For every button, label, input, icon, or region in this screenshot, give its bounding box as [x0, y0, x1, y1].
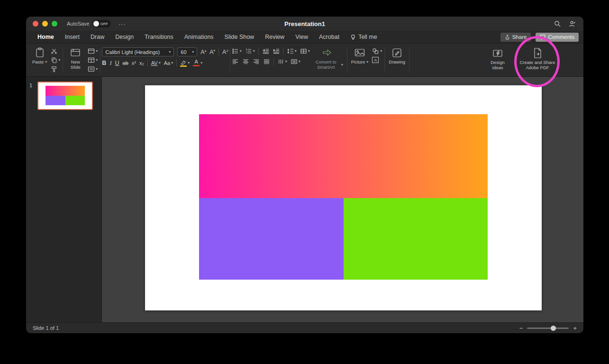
section-button[interactable]: ▾ — [88, 65, 98, 73]
slide-layout-button[interactable]: ▾ — [88, 47, 98, 55]
line-spacing-icon — [287, 48, 294, 55]
align-text-button[interactable]: ▾ — [291, 58, 300, 65]
zoom-slider[interactable] — [527, 328, 569, 329]
zoom-in-button[interactable]: + — [573, 325, 577, 332]
search-icon[interactable] — [554, 20, 561, 27]
create-adobe-pdf-label: Create and Share Adobe PDF — [517, 60, 558, 71]
superscript-button[interactable]: x² — [132, 60, 136, 66]
bullets-button[interactable]: ▾ — [232, 48, 242, 55]
tab-tell-me[interactable]: Tell me — [350, 34, 377, 40]
drawing-button[interactable]: Drawing — [387, 46, 407, 66]
cut-button[interactable] — [51, 47, 60, 55]
decrease-indent-icon — [262, 48, 269, 55]
comment-icon — [540, 34, 545, 40]
format-painter-button[interactable] — [51, 65, 60, 73]
tab-design[interactable]: Design — [115, 34, 134, 40]
justify-button[interactable] — [263, 58, 270, 65]
ribbon-tab-bar: Home Insert Draw Design Transitions Anim… — [26, 31, 583, 44]
shapes-button[interactable]: ▾ — [372, 47, 382, 55]
autosave-toggle[interactable]: OFF — [92, 20, 111, 27]
chevron-down-icon: ▾ — [240, 49, 242, 53]
share-button[interactable]: Share — [500, 33, 531, 42]
paste-button[interactable]: Paste▾ — [31, 46, 48, 66]
reset-layout-button[interactable]: ▾ — [88, 56, 98, 64]
create-adobe-pdf-button[interactable]: Create and Share Adobe PDF — [516, 46, 559, 72]
tab-draw[interactable]: Draw — [91, 34, 104, 40]
numbering-button[interactable]: ▾ — [245, 48, 255, 55]
shapes-icon — [372, 48, 379, 55]
drawing-pencil-icon — [391, 46, 402, 59]
close-window-button[interactable] — [33, 21, 38, 27]
tab-insert[interactable]: Insert — [65, 34, 80, 40]
clear-formatting-button[interactable]: A⌀ — [222, 49, 228, 55]
share-icon — [505, 34, 510, 40]
chevron-down-icon: ▾ — [96, 67, 98, 71]
italic-button[interactable]: I — [109, 60, 111, 67]
tab-tell-me-label: Tell me — [358, 34, 377, 40]
line-spacing-button[interactable]: ▾ — [287, 48, 297, 55]
text-box-button[interactable]: A — [372, 56, 382, 64]
paragraph-group: ▾ ▾ ▾ ▾ — [232, 46, 310, 75]
design-ideas-button[interactable]: Design Ideas — [487, 46, 509, 72]
align-left-button[interactable] — [232, 58, 239, 65]
slide-image[interactable] — [199, 114, 488, 280]
align-left-icon — [232, 58, 239, 65]
chevron-down-icon: ▾ — [341, 63, 343, 67]
align-center-button[interactable] — [242, 58, 249, 65]
picture-button-label: Picture — [351, 60, 365, 65]
account-icon[interactable] — [569, 20, 576, 27]
font-size-select[interactable]: 60 ▾ — [177, 47, 197, 56]
chevron-down-icon: ▾ — [200, 61, 202, 65]
decrease-font-size-button[interactable]: A▾ — [209, 49, 215, 55]
copy-button[interactable]: ▾ — [51, 56, 60, 64]
tab-home[interactable]: Home — [37, 34, 54, 40]
underline-button[interactable]: U — [115, 60, 119, 66]
picture-icon — [354, 46, 365, 59]
font-name-select[interactable]: Calibri Light (Headings) ▾ — [102, 47, 174, 56]
tab-transitions[interactable]: Transitions — [145, 34, 173, 40]
highlight-color-button[interactable]: ▾ — [180, 60, 190, 67]
text-box-icon: A — [372, 57, 379, 63]
tab-acrobat[interactable]: Acrobat — [319, 34, 339, 40]
increase-indent-icon — [273, 48, 280, 55]
convert-to-smartart-button[interactable]: Convert to SmartArt▾ — [311, 46, 345, 71]
tab-animations[interactable]: Animations — [184, 34, 214, 40]
autosave-control[interactable]: AutoSave OFF — [67, 20, 111, 27]
drawing-group: Drawing — [386, 46, 408, 75]
slide-canvas[interactable] — [102, 77, 583, 322]
strikethrough-button[interactable]: ab — [123, 60, 128, 66]
more-commands-button[interactable]: ··· — [118, 20, 126, 27]
chevron-down-icon: ▾ — [188, 61, 190, 65]
picture-button[interactable]: Picture▾ — [350, 46, 370, 66]
increase-indent-button[interactable] — [273, 48, 280, 55]
font-size-value: 60 — [181, 49, 186, 55]
share-button-label: Share — [512, 34, 527, 40]
font-group: Calibri Light (Headings) ▾ 60 ▾ A▴ A▾ A⌀… — [102, 46, 228, 75]
bold-button[interactable]: B — [102, 60, 106, 66]
tab-slide-show[interactable]: Slide Show — [225, 34, 255, 40]
comments-button[interactable]: Comments — [536, 33, 579, 42]
tab-view[interactable]: View — [295, 34, 308, 40]
align-right-button[interactable] — [253, 58, 260, 65]
font-color-button[interactable]: A ▾ — [193, 60, 202, 67]
minimize-window-button[interactable] — [42, 21, 48, 27]
add-table-button[interactable]: ▾ — [300, 48, 310, 55]
tab-review[interactable]: Review — [265, 34, 284, 40]
chevron-down-icon: ▾ — [96, 58, 98, 62]
zoom-slider-thumb[interactable] — [551, 326, 556, 331]
increase-font-size-button[interactable]: A▴ — [200, 49, 206, 55]
slide-thumbnail[interactable] — [37, 82, 93, 110]
slide[interactable] — [145, 85, 542, 310]
zoom-out-button[interactable]: − — [519, 325, 523, 332]
text-direction-button[interactable]: ▾ — [277, 58, 287, 65]
new-slide-button[interactable]: New Slide — [65, 46, 85, 71]
change-case-button[interactable]: Aa▾ — [164, 60, 173, 67]
text-direction-icon — [277, 58, 284, 65]
chevron-down-icon: ▾ — [169, 50, 171, 54]
zoom-window-button[interactable] — [52, 21, 57, 27]
character-spacing-button[interactable]: AV▾ — [151, 60, 161, 67]
chevron-down-icon: ▾ — [366, 60, 368, 64]
subscript-button[interactable]: x₂ — [139, 60, 144, 66]
art-green — [344, 198, 488, 280]
decrease-indent-button[interactable] — [262, 48, 269, 55]
